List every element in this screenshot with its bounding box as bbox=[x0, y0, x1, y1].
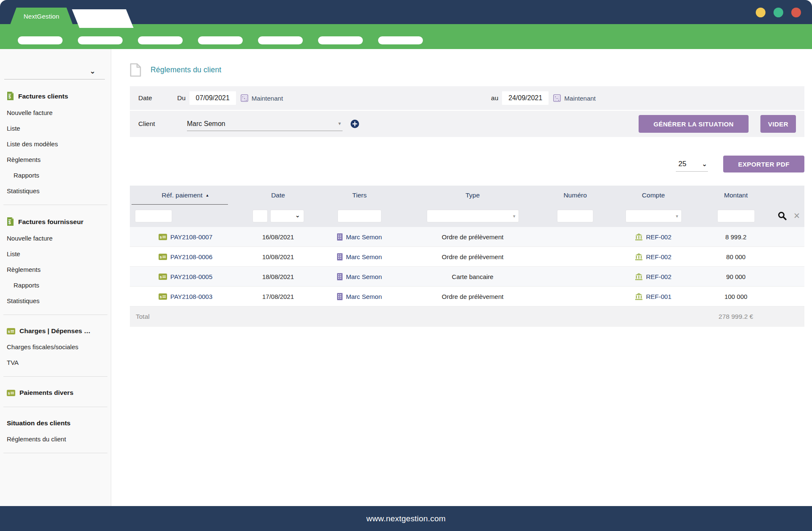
tiers-link[interactable]: Marc Semon bbox=[346, 293, 382, 300]
sidebar-section-paiements-divers[interactable]: $ Paiements divers bbox=[0, 389, 111, 397]
menu-pill-4[interactable] bbox=[198, 36, 243, 44]
column-header-montant[interactable]: Montant bbox=[698, 186, 774, 205]
invoice-icon: $ bbox=[7, 217, 14, 226]
column-header-compte[interactable]: Compte bbox=[609, 186, 698, 205]
filter-numero-input[interactable] bbox=[557, 210, 593, 222]
menu-pill-2[interactable] bbox=[78, 36, 123, 44]
sidebar: ⌄ $ Factures clients Nouvelle facture Li… bbox=[0, 49, 111, 506]
menu-pill-3[interactable] bbox=[138, 36, 183, 44]
filter-montant-input[interactable] bbox=[717, 210, 755, 222]
page-size-select[interactable]: 25 ⌄ bbox=[676, 156, 708, 172]
section-title: Charges | Dépenses … bbox=[19, 327, 91, 335]
payment-icon: $ bbox=[159, 234, 167, 240]
calendar-icon bbox=[241, 94, 248, 102]
clear-filters-button[interactable]: ✕ bbox=[793, 211, 800, 221]
filter-ref-input[interactable] bbox=[135, 210, 172, 222]
sidebar-item-nouvelle-facture[interactable]: Nouvelle facture bbox=[0, 109, 111, 116]
compte-link[interactable]: REF-002 bbox=[646, 233, 671, 241]
cell-date: 10/08/2021 bbox=[241, 253, 315, 260]
column-header-ref-paiement[interactable]: Réf. paiement ▲ bbox=[130, 186, 241, 205]
clear-button[interactable]: VIDER bbox=[760, 115, 796, 133]
bank-icon bbox=[635, 273, 642, 280]
table-header-row: Réf. paiement ▲ Date Tiers Type Numéro C… bbox=[130, 186, 804, 205]
sidebar-item-reglements-f[interactable]: Règlements bbox=[0, 266, 111, 273]
calendar-to-button[interactable] bbox=[553, 94, 561, 102]
date-to-input[interactable] bbox=[502, 91, 549, 105]
table-row[interactable]: $PAY2108-0005 18/08/2021 Marc Semon Cart… bbox=[130, 267, 804, 287]
menu-pill-7[interactable] bbox=[378, 36, 423, 44]
tiers-link[interactable]: Marc Semon bbox=[346, 253, 382, 260]
menu-pill-1[interactable] bbox=[18, 36, 63, 44]
sidebar-section-factures-fournisseur[interactable]: $ Factures fournisseur bbox=[0, 217, 111, 226]
svg-text:$: $ bbox=[160, 295, 162, 298]
footer-url: www.nextgestion.com bbox=[366, 514, 446, 523]
to-now-link[interactable]: Maintenant bbox=[564, 95, 595, 102]
column-header-type[interactable]: Type bbox=[404, 186, 541, 205]
sidebar-item-liste-f[interactable]: Liste bbox=[0, 250, 111, 257]
filter-tiers-input[interactable] bbox=[337, 210, 381, 222]
sidebar-item-reglements-du-client[interactable]: Réglements du client bbox=[0, 435, 111, 443]
sidebar-section-situation-des-clients[interactable]: Situation des clients bbox=[0, 419, 111, 427]
tiers-link[interactable]: Marc Semon bbox=[346, 273, 382, 280]
from-now-link[interactable]: Maintenant bbox=[252, 95, 283, 102]
sidebar-item-rapports-f[interactable]: Rapports bbox=[0, 282, 111, 289]
sidebar-item-liste[interactable]: Liste bbox=[0, 125, 111, 132]
sidebar-item-statistiques[interactable]: Statistiques bbox=[0, 187, 111, 194]
section-title: Paiements divers bbox=[19, 389, 74, 397]
date-from-input[interactable] bbox=[189, 91, 236, 105]
bank-icon bbox=[635, 253, 642, 260]
filter-type-select[interactable]: ▾ bbox=[427, 210, 519, 222]
menu-pill-5[interactable] bbox=[258, 36, 303, 44]
table-row[interactable]: $PAY2108-0007 16/08/2021 Marc Semon Ordr… bbox=[130, 227, 804, 247]
bank-icon bbox=[635, 233, 642, 241]
table-filter-row: ⌄ ▾ ▾ ✕ bbox=[130, 205, 804, 227]
search-button[interactable] bbox=[778, 211, 787, 220]
brand-logo[interactable]: NextGestion bbox=[10, 8, 73, 25]
column-header-date[interactable]: Date bbox=[241, 186, 315, 205]
window-dot-yellow-icon[interactable] bbox=[756, 8, 765, 17]
calendar-from-button[interactable] bbox=[241, 94, 248, 102]
cell-date: 18/08/2021 bbox=[241, 273, 315, 280]
export-pdf-button[interactable]: EXPORTER PDF bbox=[723, 156, 804, 172]
payment-ref-link[interactable]: PAY2108-0005 bbox=[170, 273, 213, 280]
column-header-numero[interactable]: Numéro bbox=[541, 186, 609, 205]
sidebar-section-charges-depenses[interactable]: $ Charges | Dépenses … bbox=[0, 327, 111, 335]
sidebar-item-reglements[interactable]: Règlements bbox=[0, 156, 111, 163]
generate-situation-button[interactable]: GÉNÉRER LA SITUATION bbox=[639, 115, 749, 133]
page-size-value: 25 bbox=[678, 160, 686, 168]
filter-date-input[interactable] bbox=[252, 210, 268, 222]
window-dot-red-icon[interactable] bbox=[791, 8, 801, 17]
svg-text:$: $ bbox=[160, 235, 162, 239]
payment-ref-link[interactable]: PAY2108-0003 bbox=[170, 293, 213, 300]
window-dot-teal-icon[interactable] bbox=[774, 8, 783, 17]
sidebar-item-tva[interactable]: TVA bbox=[0, 359, 111, 366]
add-client-button[interactable] bbox=[350, 119, 359, 129]
sidebar-item-rapports[interactable]: Rapports bbox=[0, 172, 111, 179]
sidebar-collapse-select[interactable]: ⌄ bbox=[4, 66, 105, 79]
clear-icon: ✕ bbox=[793, 211, 800, 221]
filter-compte-select[interactable]: ▾ bbox=[625, 210, 682, 222]
table-row[interactable]: $PAY2108-0006 10/08/2021 Marc Semon Ordr… bbox=[130, 247, 804, 267]
divider bbox=[3, 453, 107, 453]
compte-link[interactable]: REF-002 bbox=[646, 273, 671, 280]
compte-link[interactable]: REF-001 bbox=[646, 293, 671, 300]
sidebar-item-nouvelle-facture-f[interactable]: Nouvelle facture bbox=[0, 235, 111, 242]
sidebar-item-statistiques-f[interactable]: Statistiques bbox=[0, 297, 111, 304]
sidebar-section-factures-clients[interactable]: $ Factures clients bbox=[0, 92, 111, 101]
filter-date-select[interactable]: ⌄ bbox=[270, 210, 304, 222]
payment-ref-link[interactable]: PAY2108-0006 bbox=[170, 253, 213, 260]
cell-montant: 100 000 bbox=[698, 293, 774, 300]
cell-type: Ordre de prélèvement bbox=[404, 233, 541, 241]
cell-type: Ordre de prélèvement bbox=[404, 293, 541, 300]
search-icon bbox=[778, 211, 787, 220]
compte-link[interactable]: REF-002 bbox=[646, 253, 671, 260]
table-row[interactable]: $PAY2108-0003 17/08/2021 Marc Semon Ordr… bbox=[130, 287, 804, 307]
sidebar-item-charges-fiscales[interactable]: Charges fiscales/sociales bbox=[0, 343, 111, 350]
sidebar-item-liste-des-modeles[interactable]: Liste des modèles bbox=[0, 140, 111, 148]
bank-icon bbox=[635, 293, 642, 300]
tiers-link[interactable]: Marc Semon bbox=[346, 233, 382, 241]
client-select[interactable]: Marc Semon ▾ bbox=[187, 117, 343, 131]
menu-pill-6[interactable] bbox=[318, 36, 363, 44]
payment-ref-link[interactable]: PAY2108-0007 bbox=[170, 233, 213, 241]
column-header-tiers[interactable]: Tiers bbox=[315, 186, 404, 205]
